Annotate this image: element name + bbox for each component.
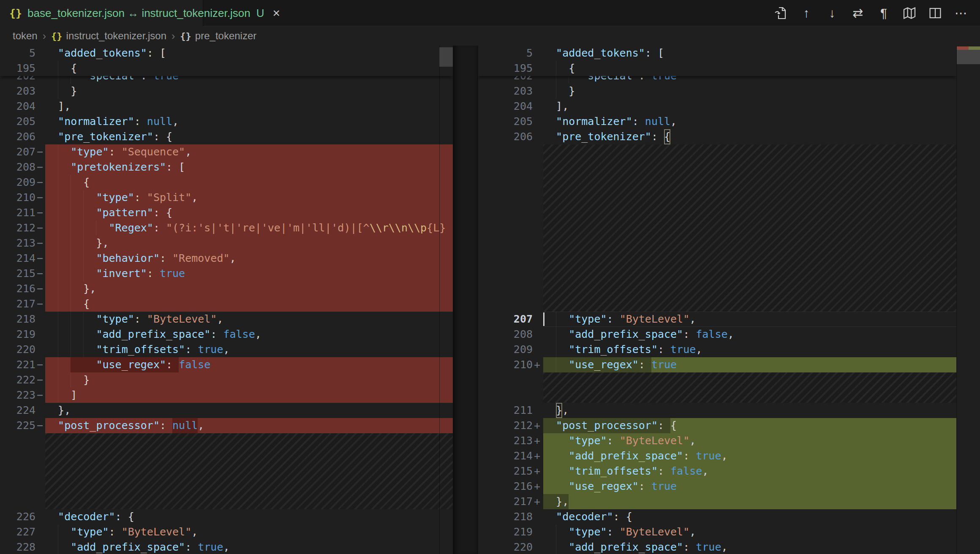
code-line[interactable]: 210− "type": "Split", — [0, 190, 453, 205]
render-whitespace-icon[interactable]: ¶ — [877, 7, 891, 19]
code-token: } — [45, 84, 77, 99]
code-token: "pre_tokenizer" — [556, 129, 651, 144]
code-token: [ — [658, 46, 664, 61]
code-line[interactable]: 211− "pattern": { — [0, 205, 453, 220]
code-line[interactable]: 212+ "post_processor": { — [478, 418, 956, 433]
sticky-line[interactable]: 5 "added_tokens": [ — [0, 46, 453, 61]
code-line[interactable]: 220 "trim_offsets": true, — [0, 342, 453, 357]
sticky-line[interactable]: 195 { — [0, 61, 453, 76]
code-line[interactable]: 206 "pre_tokenizer": { — [0, 129, 453, 144]
hatch-filler — [45, 433, 453, 509]
breadcrumb-symbol[interactable]: pre_tokenizer — [195, 30, 256, 42]
code-line[interactable]: 203 } — [478, 84, 956, 99]
code-token: "ByteLevel" — [620, 524, 690, 540]
code-line[interactable]: 212− "Regex": "(?i:'s|'t|'re|'ve|'m|'ll|… — [0, 220, 453, 236]
code-token: : — [134, 312, 147, 327]
code-line[interactable]: 203 } — [0, 84, 453, 99]
sticky-scroll[interactable]: 5 "added_tokens": [195 { — [478, 46, 956, 76]
code-line[interactable]: 215+ "trim_offsets": false, — [478, 464, 956, 479]
code-line[interactable]: 223− ] — [0, 388, 453, 403]
code-line[interactable]: 210+ "use_regex": true — [478, 357, 956, 372]
code-line[interactable]: 220 "add_prefix_space": true, — [478, 540, 956, 554]
diff-pane-original[interactable]: 202 "special": true203 }204 ],205 "norma… — [0, 46, 453, 554]
breadcrumb-file[interactable]: instruct_tokenizer.json — [66, 30, 166, 42]
gutter: 217− — [0, 296, 45, 312]
code-line[interactable]: 207 "type": "ByteLevel", — [478, 312, 956, 327]
line-number: 205 — [478, 114, 533, 129]
code-content: "Regex": "(?i:'s|'t|'re|'ve|'m|'ll|'d)|[… — [45, 220, 453, 236]
code-line[interactable]: 214− "behavior": "Removed", — [0, 251, 453, 266]
code-line[interactable]: 211 }, — [478, 403, 956, 418]
code-line[interactable]: 206 "pre_tokenizer": { — [478, 129, 956, 144]
code-token: true — [696, 448, 721, 464]
diff-change-marker — [35, 524, 45, 540]
code-line[interactable]: 219 "type": "ByteLevel", — [478, 524, 956, 540]
code-line[interactable]: 205 "normalizer": null, — [0, 114, 453, 129]
code-line[interactable]: 226 "decoder": { — [0, 509, 453, 524]
sticky-scroll[interactable]: 5 "added_tokens": [195 { — [0, 46, 453, 76]
code-line[interactable]: 219 "add_prefix_space": false, — [0, 327, 453, 342]
code-token: "ByteLevel" — [122, 524, 192, 540]
code-content: "use_regex": true — [543, 357, 956, 372]
code-line[interactable]: 213− }, — [0, 236, 453, 251]
overview-ruler[interactable] — [956, 46, 980, 554]
split-editor-icon[interactable] — [928, 6, 942, 20]
previous-change-icon[interactable]: ↑ — [799, 7, 814, 19]
code-line[interactable]: 218 "decoder": { — [478, 509, 956, 524]
breadcrumb-folder[interactable]: token — [13, 30, 38, 42]
code-token — [45, 357, 71, 372]
code-line[interactable]: 209− { — [0, 175, 453, 190]
scrollbar-thumb[interactable] — [439, 47, 453, 67]
tab-diff-base-instruct[interactable]: {} base_tokenizer.json ↔ instruct_tokeni… — [0, 0, 203, 26]
code-token: , — [230, 251, 236, 266]
code-line[interactable]: 204 ], — [0, 99, 453, 114]
code-line[interactable]: 225− "post_processor": null, — [0, 418, 453, 433]
sticky-line[interactable]: 195 { — [478, 61, 956, 76]
map-icon[interactable] — [902, 6, 917, 20]
code-line[interactable]: 216− }, — [0, 281, 453, 296]
code-line[interactable]: 216+ "use_regex": true — [478, 479, 956, 494]
gutter — [478, 144, 543, 312]
diff-change-marker: + — [533, 494, 543, 509]
code-line[interactable]: 217+ }, — [478, 494, 956, 509]
go-to-file-icon[interactable] — [773, 6, 788, 20]
sticky-line[interactable]: 5 "added_tokens": [ — [478, 46, 956, 61]
code-line[interactable]: 207− "type": "Sequence", — [0, 144, 453, 160]
diff-change-marker — [533, 99, 543, 114]
code-line[interactable]: 222− } — [0, 372, 453, 388]
code-token: : — [153, 220, 166, 236]
diff-pane-modified[interactable]: 202 "special": true203 }204 ],205 "norma… — [478, 46, 956, 554]
code-content: }, — [45, 236, 453, 251]
code-line[interactable]: 217− { — [0, 296, 453, 312]
next-change-icon[interactable]: ↓ — [825, 7, 839, 19]
code-line[interactable]: 221− "use_regex": false — [0, 357, 453, 372]
code-line[interactable]: 214+ "add_prefix_space": true, — [478, 448, 956, 464]
code-line[interactable]: 208 "add_prefix_space": false, — [478, 327, 956, 342]
code-token — [45, 266, 96, 281]
code-line[interactable]: 227 "type": "ByteLevel", — [0, 524, 453, 540]
code-line[interactable]: 218 "type": "ByteLevel", — [0, 312, 453, 327]
swap-sides-icon[interactable]: ⇄ — [851, 7, 865, 19]
code-token — [543, 327, 569, 342]
code-line[interactable]: 215− "invert": true — [0, 266, 453, 281]
code-line[interactable]: 205 "normalizer": null, — [478, 114, 956, 129]
code-line[interactable]: 228 "add_prefix_space": true, — [0, 540, 453, 554]
close-icon[interactable]: × — [272, 6, 280, 20]
diff-change-marker — [35, 403, 45, 418]
code-line[interactable]: 213+ "type": "ByteLevel", — [478, 433, 956, 448]
code-token: : — [153, 129, 166, 144]
code-content: "type": "ByteLevel", — [45, 524, 453, 540]
code-line[interactable]: 204 ], — [478, 99, 956, 114]
code-line[interactable]: 224 }, — [0, 403, 453, 418]
diff-sash[interactable] — [453, 46, 478, 554]
code-token — [543, 433, 569, 448]
scrollbar-thumb[interactable] — [957, 50, 980, 64]
gutter: 226 — [0, 509, 45, 524]
code-line[interactable]: 208− "pretokenizers": [ — [0, 160, 453, 175]
inline-diff-fill — [677, 357, 956, 372]
code-line[interactable]: 209 "trim_offsets": true, — [478, 342, 956, 357]
more-actions-icon[interactable]: ⋯ — [954, 7, 968, 19]
code-token — [543, 524, 569, 540]
code-content: { — [45, 61, 453, 76]
line-number: 219 — [478, 524, 533, 540]
